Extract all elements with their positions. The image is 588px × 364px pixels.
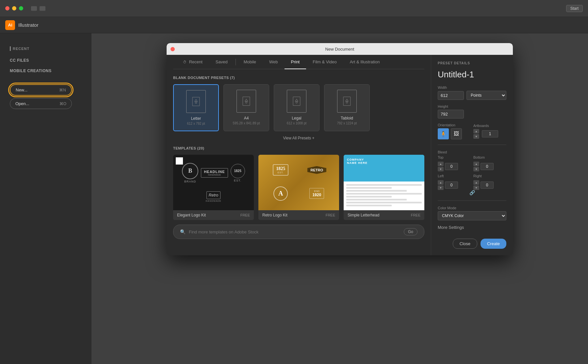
artboards-group-wrap: Artboards ▲ ▼ [473,124,506,139]
preset-a4[interactable]: A4 595.28 x 841.89 pt [223,84,269,131]
template-simple[interactable]: COMPANYNAME HERE [344,155,424,220]
dialog-close-icon[interactable] [171,47,175,51]
portrait-button[interactable]: 🧍 [438,128,449,139]
create-button[interactable]: Create [481,239,506,249]
bleed-top-label: Top [438,155,471,159]
sidebar-link-cc-files[interactable]: CC FILES [10,57,85,64]
clock-icon: ⏱ [183,60,187,64]
main-area: RECENT CC FILES MOBILE CREATIONS New... … [0,33,588,364]
retro-badge-a: A [273,186,288,201]
orientation-group-wrap: Orientation 🧍 🖼 [438,123,471,139]
preset-letter[interactable]: Letter 612 x 792 pt [173,84,219,131]
bleed-bottom-decrement[interactable]: ▼ [473,167,479,171]
new-button-label: New... [16,87,27,92]
search-input[interactable]: Find more templates on Adobe Stock [189,229,400,234]
bleed-right-label: Right [473,174,506,178]
open-button-label: Open... [15,101,29,106]
bleed-top-increment[interactable]: ▲ [438,162,444,166]
bleed-top-wrap: Top ▲ ▼ 0 [438,155,471,171]
template-retro-footer: Retro Logo Kit FREE [258,210,339,220]
bleed-right-increment[interactable]: ▲ [473,180,479,185]
tab-web[interactable]: Web [263,55,285,69]
tab-print-label: Print [291,59,300,64]
width-label: Width [438,86,506,89]
width-field-group: Width Points Inches Pixels Millimeters [438,86,506,100]
window-controls [31,6,45,11]
landscape-button[interactable]: 🖼 [451,128,462,139]
search-icon: 🔍 [180,229,186,234]
tab-web-label: Web [269,59,278,64]
elegant-est-label: EST. [234,179,241,182]
template-elegant[interactable]: B Brand HEADLINE HANDMADE [173,155,254,220]
color-mode-select[interactable]: CMYK Color RGB Color Grayscale [438,211,506,220]
bleed-left-decrement[interactable]: ▼ [438,185,444,190]
start-button[interactable]: Start [566,5,583,12]
orientation-group: 🧍 🖼 [438,128,471,139]
template-elegant-thumb: B Brand HEADLINE HANDMADE [173,155,254,210]
width-input[interactable] [438,91,464,100]
preset-tabloid[interactable]: Tabloid 792 x 1224 pt [324,84,370,131]
svg-point-5 [296,102,298,103]
artboards-input[interactable] [482,130,498,137]
tab-saved[interactable]: Saved [209,55,234,69]
close-dialog-button[interactable]: Close [453,239,477,249]
artboards-increment[interactable]: ▲ [473,129,479,134]
sh-line-4 [346,193,422,195]
elegant-brand-label: Brand [184,180,196,183]
bleed-bottom-increment[interactable]: ▲ [473,162,479,166]
close-window-button[interactable] [5,6,9,10]
white-square [176,157,183,165]
template-search-bar[interactable]: 🔍 Find more templates on Adobe Stock Go [173,225,424,239]
bleed-top-decrement[interactable]: ▼ [438,167,444,171]
minimize-window-button[interactable] [12,6,16,10]
sidebar-buttons: New... ⌘N Open... ⌘O [10,84,85,109]
preset-details-title: PRESET DETAILS [438,61,506,65]
width-unit-select[interactable]: Points Inches Pixels Millimeters [466,91,506,100]
svg-point-3 [246,102,247,103]
tab-recent[interactable]: ⏱ Recent [176,55,209,69]
preset-letter-icon [186,90,206,113]
template-retro-thumb: 1825 Est. RETRO [258,155,339,210]
bleed-right-wrap: Right ▲ ▼ 0 [473,174,506,190]
sh-line-6 [346,199,407,200]
preset-legal-name: Legal [292,116,301,120]
sh-line-5 [346,196,392,198]
sidebar: RECENT CC FILES MOBILE CREATIONS New... … [0,33,91,364]
more-settings-link[interactable]: More Settings [438,225,506,230]
title-bar: Start [0,0,588,17]
artboards-decrement[interactable]: ▼ [473,134,479,139]
dialog-left-panel: ⏱ Recent Saved Mobile Web [167,55,431,255]
new-button[interactable]: New... ⌘N [10,84,72,96]
bleed-link-icon[interactable]: 🔗 [438,190,506,195]
tab-recent-label: Recent [189,59,203,64]
app-name: Illustrator [18,22,39,28]
bleed-right-decrement[interactable]: ▼ [473,185,479,190]
template-retro-name: Retro Logo Kit [262,213,287,217]
preset-a4-name: A4 [244,116,249,120]
tab-art-label: Art & Illustration [350,59,380,64]
template-elegant-name: Elegant Logo Kit [177,213,206,217]
preset-a4-icon [237,90,256,113]
maximize-window-button[interactable] [19,6,23,10]
height-input[interactable] [438,110,464,119]
preset-tabloid-size: 792 x 1224 pt [337,121,357,125]
bleed-bottom-label: Bottom [473,155,506,159]
presets-section-title: BLANK DOCUMENT PRESETS (7) [173,76,424,80]
bleed-left-increment[interactable]: ▲ [438,180,444,185]
preset-legal[interactable]: Legal 612 x 1008 pt [274,84,319,131]
view-all-presets[interactable]: View All Presets + [173,136,424,140]
template-retro[interactable]: 1825 Est. RETRO [258,155,339,220]
divider-1 [438,145,506,145]
tab-mobile[interactable]: Mobile [237,55,263,69]
tab-art[interactable]: Art & Illustration [343,55,386,69]
tab-film[interactable]: Film & Video [306,55,343,69]
artboards-label: Artboards [473,124,506,128]
traffic-lights [5,6,23,10]
search-go-button[interactable]: Go [404,228,417,235]
templates-section-title: TEMPLATES (20) [173,146,424,150]
tab-print[interactable]: Print [285,55,306,69]
preset-doc-name[interactable]: Untitled-1 [438,70,506,80]
tab-film-label: Film & Video [313,59,336,64]
sidebar-link-mobile[interactable]: MOBILE CREATIONS [10,67,85,74]
open-button[interactable]: Open... ⌘O [10,98,72,109]
